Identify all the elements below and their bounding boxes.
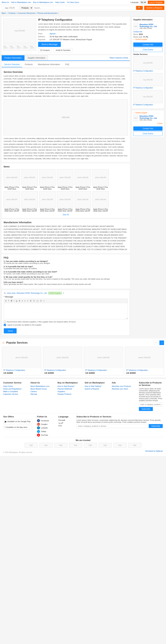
item-photo-11[interactable]: photo 100x100 [75, 191, 91, 208]
send-button[interactable]: Send [4, 328, 17, 334]
sub-tab-products[interactable]: Products [22, 62, 35, 67]
send-message-button[interactable]: Send a Message [38, 42, 61, 47]
subscribe-button-2[interactable]: Subscribe [149, 424, 163, 428]
toolbar-t[interactable]: T [8, 300, 10, 302]
submit-request-link[interactable]: Submit a Request [85, 388, 108, 390]
chat-online-button-2[interactable]: Chat Online [133, 131, 162, 136]
tab-product-information[interactable]: Product Information [2, 55, 25, 60]
popular-card-title-1[interactable]: IP Telephony Configuration [4, 369, 40, 371]
help-link[interactable]: Help Center [55, 1, 65, 3]
google-play-badge[interactable]: ▶ Available on the Google Play [3, 419, 32, 424]
item-photo-7[interactable]: photo 100x100 [4, 191, 20, 208]
contact-info-button-2[interactable]: Contact Info [133, 126, 162, 131]
language-select[interactable]: En [140, 1, 146, 4]
toolbar-link[interactable]: ◯ [36, 300, 39, 302]
item-photo-9[interactable]: photo 100x100 [39, 191, 56, 208]
new-users-link[interactable]: For New Users [67, 1, 79, 3]
thumb-1[interactable]: img 72x76 [3, 44, 9, 50]
item-photo-3[interactable]: photo 100x100 [39, 169, 56, 186]
see-all-link[interactable]: See All [4, 214, 128, 216]
popular-card-title-4[interactable]: IP Telephony Configuration [126, 369, 162, 371]
chat-online-button[interactable]: Chat Online [133, 48, 162, 52]
item-photo-12[interactable]: photo 100x100 [92, 191, 109, 208]
login-button[interactable]: Log In | Register [148, 1, 164, 4]
breadcrumb-back[interactable]: Back [2, 12, 6, 14]
category-select[interactable]: Products [19, 6, 33, 10]
breadcrumb-phones[interactable]: Phones and Accessories [38, 12, 57, 14]
toolbar-image[interactable]: ☷ [40, 300, 42, 302]
item-photo-2[interactable]: photo 100x100 [21, 169, 38, 186]
supplier-company-name[interactable]: Shenzhen HTDC Technology Co., Ltd. [139, 24, 162, 28]
lang-ru[interactable]: Русский [58, 419, 72, 421]
tab-supplier-information[interactable]: Supplier Information [25, 55, 48, 60]
item-photo-1[interactable]: photo 100x100 [4, 169, 20, 186]
about-us-link[interactable]: About Us [2, 1, 9, 3]
twitter-link[interactable]: t Twitter [37, 430, 53, 433]
search-button[interactable]: 🔍 [136, 6, 143, 10]
popular-card-title-3[interactable]: IP Telephony Configuration [85, 369, 122, 371]
similar-title-3[interactable]: IP Telephony Configuration [133, 104, 162, 106]
breadcrumb-consumer-electronics[interactable]: Consumer Electronics [18, 12, 35, 14]
thumb-2[interactable]: img 72x76 [10, 44, 16, 50]
facebook-link[interactable]: f Facebook [37, 419, 53, 422]
market-group-link[interactable]: About Market Group [30, 388, 54, 390]
lang-ar[interactable]: العربية [58, 422, 72, 424]
app-store-badge[interactable]:  Available on the App store [3, 425, 32, 430]
help-center-link[interactable]: Help Center [3, 385, 27, 387]
careers-link[interactable]: Careers [30, 390, 54, 392]
agree-checkbox[interactable] [4, 324, 6, 326]
supplier-name-2[interactable]: Shenzhen HTDC Technology Co., Ltd. [139, 115, 162, 119]
item-photo-5[interactable]: photo 100x100 [75, 169, 91, 186]
item-photo-10[interactable]: photo 100x100 [57, 191, 73, 208]
toolbar-remove[interactable]: □ [43, 300, 45, 302]
start-buying-link[interactable]: How to Start Buying? [58, 385, 81, 387]
linkedin-link[interactable]: in LinkedIn [37, 426, 53, 429]
item-photo-6[interactable]: photo 100x100 [92, 169, 109, 186]
submit-request-button[interactable]: Submit a Request [144, 6, 164, 10]
prev-arrow[interactable]: ← [154, 340, 158, 345]
sub-tab-service-overview[interactable]: Service Overview [2, 62, 22, 67]
toolbar-align-center[interactable]: ≡ [24, 300, 26, 302]
item-photo-8[interactable]: photo 100x100 [21, 191, 38, 208]
lang-zh[interactable]: 中文 [58, 424, 72, 427]
payment-methods-link[interactable]: Payment Methods [58, 388, 81, 390]
youtube-link[interactable]: ▶ YouTube [37, 434, 53, 436]
advertise-products-link[interactable]: Advertise your Products [112, 385, 136, 387]
popular-products-link[interactable]: Popular Products [58, 393, 81, 395]
contact-info-link[interactable]: Contact Info [133, 31, 162, 33]
toolbar-a[interactable]: A [5, 300, 7, 302]
contact-info-button[interactable]: Contact Info [133, 42, 162, 47]
subscribe-button[interactable]: Subscribe [139, 407, 153, 411]
thumb-5[interactable]: img 72x76 [30, 44, 36, 50]
favorite-button[interactable]: ♥ Add to Favorites [54, 48, 72, 52]
complaint-link[interactable]: Make a Complaint [3, 390, 27, 392]
toolbar-s[interactable]: S [18, 300, 21, 302]
toolbar-align-left[interactable]: ≡ [21, 300, 23, 302]
toolbar-i[interactable]: I [13, 300, 15, 302]
breadcrumb-products[interactable]: Products [8, 12, 16, 14]
inspection-link[interactable]: Inspection Service [3, 393, 27, 395]
about-marketplace-link[interactable]: About Marketplace.com [30, 385, 54, 387]
google-plus-link[interactable]: G+ Google+ [37, 423, 53, 426]
sitemap-link[interactable]: Sitemap [30, 393, 54, 395]
thumb-3[interactable]: img 72x76 [17, 44, 23, 50]
message-textarea[interactable] [4, 303, 128, 319]
recommend-checkbox[interactable] [4, 321, 6, 323]
advertise-store-link[interactable]: Advertise your Store [112, 388, 136, 390]
sell-link[interactable]: Sell on Marketplace.com [11, 1, 31, 3]
compare-button[interactable]: ☰ Compare [38, 48, 52, 52]
toolbar-align-right[interactable]: ≡ [27, 300, 29, 302]
similar-title-2[interactable]: IP Telephony Configuration [133, 87, 162, 89]
toolbar-list[interactable]: ☰ [29, 300, 32, 302]
item-photo-4[interactable]: photo 100x100 [57, 169, 73, 186]
toolbar-u[interactable]: U [15, 300, 18, 302]
sub-tab-manufacturer[interactable]: Manufacturer Information [35, 62, 63, 67]
toolbar-table[interactable]: ☷ [33, 300, 36, 302]
sub-tab-faq[interactable]: FAQ [63, 62, 72, 67]
subscribe-input[interactable] [139, 402, 163, 406]
buy-link[interactable]: Buy on Marketplace.com [33, 1, 53, 3]
next-arrow[interactable]: → [159, 340, 164, 345]
rules-link[interactable]: Rules and Regulations [3, 388, 27, 390]
start-selling-link[interactable]: How to Start Selling? [85, 385, 108, 387]
similar-title-1[interactable]: IP Telephony Configuration [133, 70, 162, 72]
